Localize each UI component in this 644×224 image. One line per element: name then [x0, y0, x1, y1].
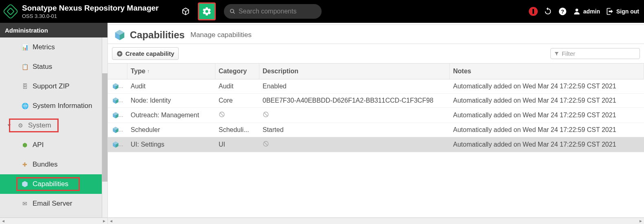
chevron-down-icon: [8, 125, 11, 127]
logo-icon: [2, 3, 19, 20]
cell-notes: Automatically added on Wed Mar 24 17:22:…: [450, 79, 644, 93]
sidebar-item-label: Support ZIP: [33, 82, 70, 90]
badge-icon: ⬢: [21, 141, 28, 149]
sidebar-item-label: System Information: [33, 102, 92, 110]
page-subtitle: Manage capabilities: [191, 31, 252, 39]
sidebar-item-label: Capabilities: [33, 180, 68, 188]
col-type[interactable]: Type↑: [127, 64, 215, 79]
content-hscroll[interactable]: ◄►: [108, 217, 644, 224]
cell-description: [259, 137, 450, 152]
admin-section-header: Administration: [0, 23, 107, 37]
search-box[interactable]: [224, 4, 322, 19]
plus-circle-icon: [116, 51, 123, 57]
col-notes[interactable]: Notes: [450, 64, 644, 79]
sidebar-scrollbar[interactable]: [102, 37, 107, 217]
gear-icon: [202, 7, 212, 16]
sidebar-item-bundles[interactable]: ✚ Bundles: [0, 155, 102, 174]
filter-box[interactable]: [550, 48, 640, 59]
admin-mode-button[interactable]: [198, 2, 216, 20]
table-row[interactable]: …AuditAuditEnabledAutomatically added on…: [108, 79, 644, 94]
sidebar-item-label: Metrics: [33, 43, 55, 51]
col-icon[interactable]: [108, 64, 127, 79]
svg-line-9: [264, 142, 267, 145]
col-category[interactable]: Category: [215, 64, 259, 79]
sidebar-item-label: API: [33, 141, 44, 149]
table-row[interactable]: …Node: IdentityCore0BEE7F30-A40EBBDD-D62…: [108, 94, 644, 108]
cell-type: Outreach: Management: [127, 108, 215, 122]
cell-category: Audit: [215, 79, 259, 93]
signout-icon: [606, 7, 614, 15]
chart-icon: 📊: [21, 44, 28, 51]
sidebar-item-capabilities[interactable]: Capabilities: [0, 174, 102, 194]
toolbar: Create capability: [108, 44, 644, 63]
title-block: Sonatype Nexus Repository Manager OSS 3.…: [22, 4, 159, 19]
svg-line-5: [220, 113, 223, 116]
cell-category: Core: [215, 94, 259, 108]
cell-notes: Automatically added on Wed Mar 24 17:22:…: [450, 108, 644, 122]
search-input[interactable]: [239, 8, 316, 15]
puzzle-icon: ✚: [21, 161, 28, 168]
svg-point-2: [575, 9, 578, 11]
col-description[interactable]: Description: [259, 64, 450, 79]
cell-category: [215, 108, 259, 123]
svg-text:?: ?: [561, 9, 564, 15]
row-icon: …: [108, 138, 127, 152]
grid-header: Type↑ Category Description Notes: [108, 64, 644, 79]
globe-icon: 🌐: [21, 102, 28, 110]
cell-description: 0BEE7F30-A40EBBDD-D626F1A2-BB311CCD-C1F3…: [259, 94, 450, 108]
app-title: Sonatype Nexus Repository Manager: [22, 4, 159, 13]
row-icon: …: [108, 108, 127, 122]
sidebar-item-support-zip[interactable]: 🗄 Support ZIP: [0, 77, 102, 96]
sidebar-item-email-server[interactable]: ✉ Email Server: [0, 194, 102, 213]
row-icon: …: [108, 94, 127, 108]
capabilities-grid: Type↑ Category Description Notes …AuditA…: [108, 63, 644, 152]
user-icon: [573, 7, 581, 15]
username-label: admin: [583, 8, 600, 15]
help-icon[interactable]: ?: [558, 7, 567, 16]
sidebar-item-status[interactable]: 📋 Status: [0, 57, 102, 77]
cell-notes: Automatically added on Wed Mar 24 17:22:…: [450, 123, 644, 137]
cell-description: Started: [259, 123, 450, 137]
filter-input[interactable]: [562, 50, 636, 57]
app-header: Sonatype Nexus Repository Manager OSS 3.…: [0, 0, 644, 23]
gear-icon: ⚙: [17, 122, 24, 129]
table-row[interactable]: …UI: SettingsUIAutomatically added on We…: [108, 137, 644, 152]
cell-type: Scheduler: [127, 123, 215, 137]
create-button-label: Create capability: [125, 50, 174, 57]
user-menu[interactable]: admin: [573, 7, 600, 15]
cell-category: Scheduli...: [215, 123, 259, 137]
cell-type: UI: Settings: [127, 138, 215, 152]
signout-button[interactable]: Sign out: [606, 7, 639, 15]
cell-type: Node: Identity: [127, 94, 215, 108]
cube-icon: [114, 29, 126, 41]
page-title: Capabilities: [130, 29, 185, 41]
sidebar-item-api[interactable]: ⬢ API: [0, 135, 102, 155]
sidebar-item-system-information[interactable]: 🌐 System Information: [0, 96, 102, 116]
table-row[interactable]: …SchedulerScheduli...StartedAutomaticall…: [108, 123, 644, 137]
cell-type: Audit: [127, 79, 215, 93]
sidebar-hscroll[interactable]: ◄►: [0, 217, 107, 224]
alert-indicator[interactable]: [529, 7, 538, 16]
row-icon: …: [108, 123, 127, 137]
sidebar-item-metrics[interactable]: 📊 Metrics: [0, 37, 102, 57]
exclamation-icon: [532, 9, 534, 14]
sidebar-group-label: System: [28, 121, 51, 130]
sidebar-item-label: Bundles: [33, 160, 57, 169]
cell-description: [259, 108, 450, 123]
cell-category: UI: [215, 138, 259, 152]
sidebar-item-label: Email Server: [33, 200, 72, 208]
sidebar-nav: 📊 Metrics 📋 Status 🗄 Support ZIP 🌐 Syste…: [0, 37, 102, 217]
cell-notes: Automatically added on Wed Mar 24 17:22:…: [450, 94, 644, 108]
svg-line-7: [264, 113, 267, 116]
browse-mode-button[interactable]: [177, 2, 195, 20]
row-icon: …: [108, 79, 127, 93]
sidebar-group-system[interactable]: ⚙ System: [0, 116, 102, 135]
cell-description: Enabled: [259, 79, 450, 93]
cell-notes: Automatically added on Wed Mar 24 17:22:…: [450, 138, 644, 152]
create-capability-button[interactable]: Create capability: [112, 47, 179, 60]
table-row[interactable]: …Outreach: ManagementAutomatically added…: [108, 108, 644, 123]
archive-icon: 🗄: [21, 83, 28, 90]
refresh-icon[interactable]: [543, 7, 552, 16]
sort-asc-icon: ↑: [147, 68, 149, 74]
signout-label: Sign out: [616, 8, 639, 15]
